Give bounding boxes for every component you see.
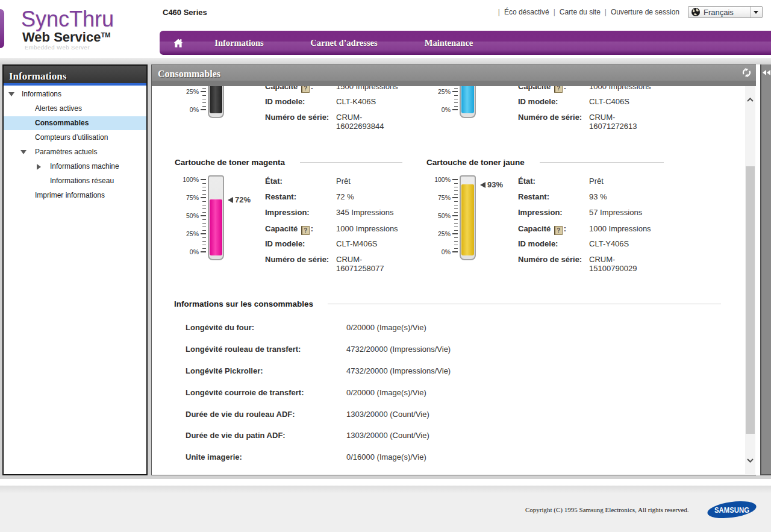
svg-text:SAMSUNG: SAMSUNG [714, 505, 749, 515]
